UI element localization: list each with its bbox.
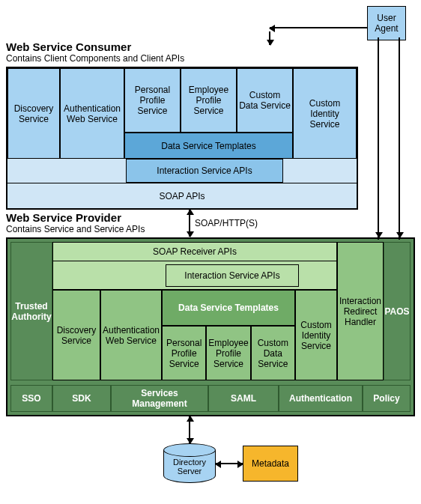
- metadata-box: Metadata: [243, 446, 298, 482]
- provider-sso: SSO: [10, 385, 52, 412]
- provider-trusted: Trusted Authority: [10, 242, 52, 380]
- provider-authn: Authentication: [279, 385, 363, 412]
- directory-cylinder: Directory Server: [163, 443, 216, 483]
- provider-irh: Interaction Redirect Handler: [337, 242, 384, 380]
- soap-http-label: SOAP/HTTP(S): [195, 218, 258, 228]
- consumer-soap: SOAP APIs: [7, 183, 357, 208]
- provider-sdk: SDK: [52, 385, 111, 412]
- provider-isa: Interaction Service APIs: [166, 264, 299, 287]
- provider-policy: Policy: [363, 385, 411, 412]
- provider-saml: SAML: [208, 385, 279, 412]
- consumer-eps: Employee Profile Service: [181, 68, 237, 133]
- user-agent-box: User Agent: [367, 6, 406, 40]
- consumer-subtitle: Contains Client Components and Client AP…: [6, 53, 415, 64]
- provider-cis: Custom Identity Service: [295, 290, 337, 380]
- provider-soap-recv: SOAP Receiver APIs: [52, 242, 337, 261]
- provider-container: Trusted Authority SOAP Receiver APIs Int…: [6, 237, 415, 416]
- provider-paos: PAOS: [384, 242, 411, 380]
- directory-label: Directory Server: [164, 458, 215, 476]
- user-agent-label: User Agent: [369, 13, 404, 34]
- provider-dst: Data Service Templates: [162, 290, 295, 326]
- provider-eps: Employee Profile Service: [206, 326, 250, 380]
- consumer-isa: Interaction Service APIs: [126, 159, 283, 183]
- provider-auth: Authentication Web Service: [100, 290, 162, 380]
- consumer-cds: Custom Data Service: [237, 68, 293, 133]
- provider-discovery: Discovery Service: [52, 290, 100, 380]
- consumer-auth: Authentication Web Service: [60, 68, 124, 159]
- provider-sm: Services Management: [111, 385, 208, 412]
- consumer-container: Discovery Service Authentication Web Ser…: [6, 67, 358, 210]
- provider-pps: Personal Profile Service: [162, 326, 206, 380]
- consumer-pps: Personal Profile Service: [124, 68, 181, 133]
- provider-cds: Custom Data Service: [251, 326, 295, 380]
- consumer-cis: Custom Identity Service: [293, 68, 357, 159]
- consumer-dst: Data Service Templates: [124, 133, 293, 159]
- consumer-title: Web Service Consumer: [6, 40, 415, 53]
- consumer-discovery: Discovery Service: [7, 68, 60, 159]
